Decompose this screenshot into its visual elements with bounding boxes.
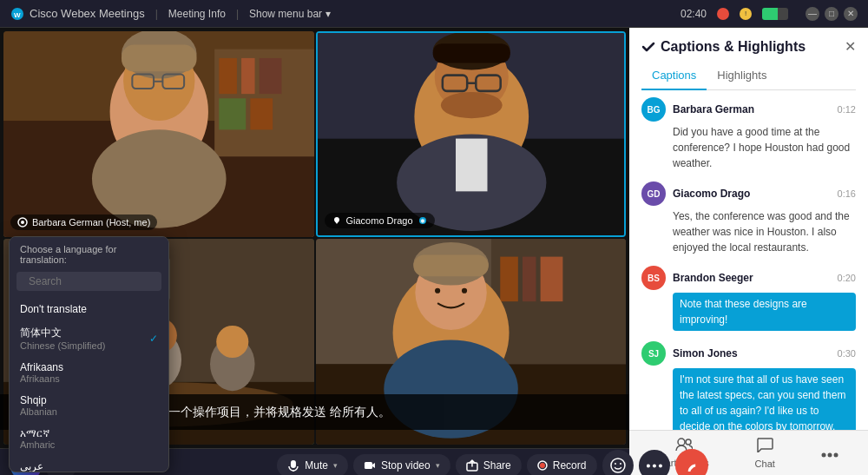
svg-rect-30	[432, 43, 510, 63]
emoji-button[interactable]	[602, 450, 633, 475]
svg-point-23	[21, 221, 24, 224]
message-text-simon: I'm not sure that all of us have seen th…	[673, 368, 856, 430]
language-picker-dropdown: Choose a language for translation: Don't…	[9, 236, 169, 472]
record-label: Record	[553, 459, 587, 472]
meeting-info-link[interactable]: Meeting Info	[168, 8, 226, 20]
lang-sub-albanian: Albanian	[20, 406, 57, 417]
panel-messages[interactable]: BG Barbara German 0:12 Did you have a go…	[629, 90, 868, 430]
divider2: |	[236, 8, 239, 20]
video-label-participant-2: Giacomo Drago ✱	[325, 213, 435, 228]
svg-point-79	[614, 463, 615, 465]
language-search-input[interactable]	[29, 275, 159, 287]
mic-icon	[287, 459, 299, 472]
toolbar-center: Mute ▾ Stop video ▾ Share Record	[277, 449, 707, 475]
participant-1-name: Barbara German (Host, me)	[32, 217, 150, 228]
lang-check-chinese: ✓	[149, 333, 158, 345]
mute-button[interactable]: Mute ▾	[277, 454, 348, 475]
svg-point-78	[610, 459, 624, 472]
status-dot-yellow: !	[740, 8, 752, 20]
window-maximize-button[interactable]: □	[825, 7, 838, 21]
share-label: Share	[483, 459, 511, 472]
lang-name-dont-translate: Don't translate	[20, 303, 87, 315]
message-text-giacomo1: Yes, the conference was good and the wea…	[673, 208, 856, 255]
audio-level-bar	[762, 8, 788, 20]
message-name-brandon: Brandon Seeger	[673, 272, 753, 284]
lang-sub-amharic: Amharic	[20, 439, 55, 450]
chat-label: Chat	[755, 459, 775, 469]
video-label-participant-1: Barbara German (Host, me)	[10, 214, 157, 230]
mute-label: Mute	[305, 459, 328, 472]
end-call-button[interactable]	[674, 449, 707, 475]
svg-point-50	[216, 326, 248, 358]
lang-item-afrikaans[interactable]: Afrikaans Afrikaans	[10, 356, 168, 389]
svg-point-62	[435, 288, 440, 294]
panel-more-button[interactable]	[812, 440, 847, 465]
avatar-simon: SJ	[641, 341, 666, 366]
language-picker-header: Choose a language for translation:	[10, 237, 168, 272]
svg-rect-12	[219, 98, 246, 129]
lang-item-arabic[interactable]: عربي Arabic	[10, 455, 168, 472]
message-time-giacomo1: 0:16	[838, 188, 856, 199]
panel-tabs: Captions Highlights	[641, 62, 856, 90]
share-button[interactable]: Share	[456, 454, 522, 475]
language-search-box[interactable]	[16, 272, 161, 291]
lang-name-afrikaans: Afrikaans	[20, 361, 63, 373]
participant-2-name: Giacomo Drago	[346, 215, 413, 226]
show-menu-bar[interactable]: Show menu bar ▾	[249, 8, 331, 20]
stop-video-chevron-icon[interactable]: ▾	[436, 461, 440, 470]
message-item-giacomo1: GD Giacomo Drago 0:16 Yes, the conferenc…	[641, 181, 856, 255]
show-menu-label: Show menu bar	[249, 8, 322, 20]
message-header-giacomo1: GD Giacomo Drago 0:16	[641, 181, 856, 206]
message-text-brandon: Note that these designs are improving!	[673, 293, 856, 331]
svg-rect-11	[260, 58, 282, 94]
svg-point-63	[461, 288, 466, 294]
panel-close-button[interactable]: ✕	[845, 38, 856, 55]
message-item-simon: SJ Simon Jones 0:30 I'm not sure that al…	[641, 341, 856, 430]
window-close-button[interactable]: ✕	[844, 7, 858, 21]
svg-point-31	[440, 92, 502, 118]
svg-rect-57	[540, 257, 562, 302]
lang-name-amharic: አማርኛ	[20, 427, 55, 439]
message-item-brandon: BS Brandon Seeger 0:20 Note that these d…	[641, 266, 856, 331]
mute-chevron-icon[interactable]: ▾	[333, 461, 338, 470]
lang-item-chinese[interactable]: 简体中文 Chinese (Simplified) ✓	[10, 320, 168, 356]
avatar-brandon: BS	[641, 266, 666, 290]
tab-captions[interactable]: Captions	[641, 62, 707, 90]
svg-text:✱: ✱	[420, 218, 425, 224]
stop-video-label: Stop video	[381, 459, 431, 472]
status-dot-red	[717, 8, 729, 20]
record-button[interactable]: Record	[527, 454, 597, 475]
chat-icon	[756, 437, 773, 457]
more-options-button[interactable]	[638, 450, 669, 475]
lang-sub-chinese: Chinese (Simplified)	[20, 340, 105, 351]
svg-text:W: W	[14, 11, 21, 19]
svg-point-87	[827, 453, 832, 458]
message-name-giacomo1: Giacomo Drago	[673, 188, 750, 200]
chat-button[interactable]: Chat	[746, 433, 784, 472]
video-cell-participant-2: Giacomo Drago ✱	[316, 31, 627, 237]
lang-item-dont-translate[interactable]: Don't translate	[10, 298, 168, 320]
svg-rect-9	[219, 58, 237, 94]
lang-item-amharic[interactable]: አማርኛ Amharic	[10, 422, 168, 455]
svg-rect-10	[241, 58, 254, 94]
message-time-brandon: 0:20	[838, 273, 856, 283]
lang-item-albanian[interactable]: Shqip Albanian	[10, 389, 168, 422]
window-minimize-button[interactable]: —	[806, 7, 819, 21]
stop-video-button[interactable]: Stop video ▾	[353, 454, 450, 475]
check-icon	[641, 40, 655, 54]
lang-name-albanian: Shqip	[20, 394, 57, 406]
message-time-barbara: 0:12	[838, 104, 856, 115]
divider1: |	[155, 8, 158, 20]
svg-point-80	[619, 463, 621, 465]
svg-rect-72	[291, 460, 296, 468]
tab-highlights[interactable]: Highlights	[707, 62, 777, 90]
message-header-brandon: BS Brandon Seeger 0:20	[641, 266, 856, 290]
app-name: Cisco Webex Meetings	[30, 7, 145, 20]
tab-captions-label: Captions	[652, 69, 696, 82]
svg-rect-74	[365, 462, 372, 469]
avatar-barbara: BG	[641, 97, 666, 122]
svg-point-21	[92, 129, 227, 228]
message-name-barbara: Barbara German	[673, 103, 754, 115]
svg-point-85	[686, 439, 691, 445]
svg-point-81	[646, 464, 649, 467]
